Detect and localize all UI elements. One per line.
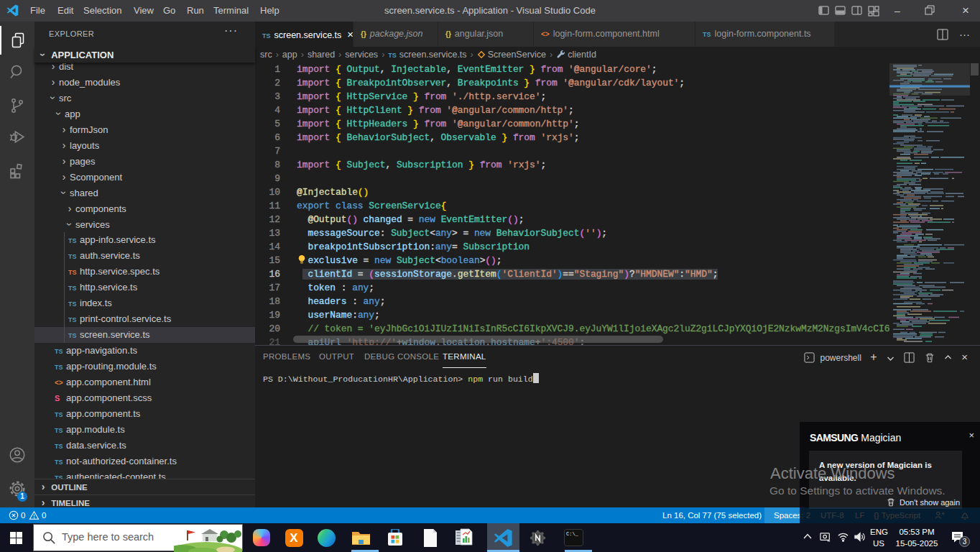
- svg-text:C:\_: C:\_: [566, 531, 579, 537]
